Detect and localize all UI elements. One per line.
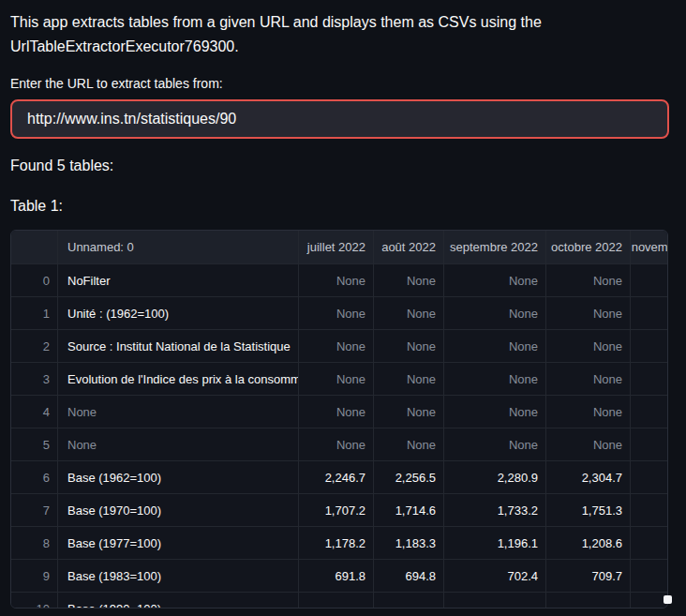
table-row: 7Base (1970=100)1,707.21,714.61,733.21,7…	[11, 494, 668, 527]
row-index-cell[interactable]: 1	[11, 297, 58, 330]
table-cell[interactable]: None	[299, 363, 374, 396]
url-input-label: Enter the URL to extract tables from:	[10, 74, 676, 93]
table-cell[interactable]	[374, 593, 444, 608]
table-cell[interactable]: None	[444, 264, 546, 297]
row-index-cell[interactable]: 5	[11, 428, 58, 461]
table-cell[interactable]	[299, 593, 374, 608]
dataframe-table: Unnamed: 0juillet 2022août 2022septembre…	[11, 231, 668, 608]
table-row: 1Unité : (1962=100)NoneNoneNoneNone	[11, 297, 668, 330]
table-cell[interactable]: 1,707.2	[299, 494, 374, 527]
table-cell[interactable]: None	[299, 264, 374, 297]
table-cell[interactable]: None	[299, 297, 374, 330]
table-cell[interactable]: 1,208.6	[546, 527, 631, 560]
table-cell[interactable]: None	[546, 363, 631, 396]
column-header[interactable]: Unnamed: 0	[58, 231, 299, 264]
table-cell[interactable]: 1,751.3	[546, 494, 631, 527]
table-cell[interactable]: None	[299, 330, 374, 363]
table-cell[interactable]: 2,256.5	[374, 461, 444, 494]
table-cell[interactable]: None	[374, 264, 444, 297]
table-cell[interactable]: None	[299, 396, 374, 428]
table-cell[interactable]: Base (1962=100)	[58, 461, 299, 494]
table-cell[interactable]	[631, 264, 668, 297]
column-header[interactable]: octobre 2022	[546, 231, 631, 264]
dataframe-viewport[interactable]: Unnamed: 0juillet 2022août 2022septembre…	[10, 230, 668, 608]
intro-text: This app extracts tables from a given UR…	[10, 10, 668, 59]
row-index-cell[interactable]: 8	[11, 527, 58, 560]
table-cell[interactable]: 702.4	[444, 560, 546, 593]
found-tables-text: Found 5 tables:	[10, 154, 676, 178]
table-cell[interactable]	[631, 494, 668, 527]
table-cell[interactable]	[444, 593, 546, 608]
table-cell[interactable]: Evolution de l'Indice des prix à la cons…	[58, 363, 299, 396]
column-header[interactable]: septembre 2022	[444, 231, 546, 264]
table-cell[interactable]	[631, 593, 668, 608]
row-index-cell[interactable]: 3	[11, 363, 58, 396]
table-cell[interactable]: 694.8	[374, 560, 444, 593]
table-cell[interactable]: None	[546, 330, 631, 363]
table-cell[interactable]	[631, 560, 668, 593]
resize-handle-icon[interactable]	[664, 595, 672, 604]
table-row: 6Base (1962=100)2,246.72,256.52,280.92,3…	[11, 461, 668, 494]
table-cell[interactable]	[631, 527, 668, 560]
app-root: This app extracts tables from a given UR…	[0, 0, 686, 608]
dataframe[interactable]: Unnamed: 0juillet 2022août 2022septembre…	[10, 230, 668, 608]
table-cell[interactable]: 1,183.3	[374, 527, 444, 560]
table-cell[interactable]: None	[58, 396, 299, 428]
table-cell[interactable]	[631, 297, 668, 330]
table-cell[interactable]: None	[374, 297, 444, 330]
table-cell[interactable]: Unité : (1962=100)	[58, 297, 299, 330]
table-cell[interactable]: NoFilter	[58, 264, 299, 297]
table-cell[interactable]: None	[444, 396, 546, 428]
table-cell[interactable]: None	[374, 330, 444, 363]
table-cell[interactable]: 709.7	[546, 560, 631, 593]
table-cell[interactable]: 2,304.7	[546, 461, 631, 494]
row-index-cell[interactable]: 9	[11, 560, 58, 593]
table-cell[interactable]: Base (1990=100)	[58, 593, 299, 608]
table-cell[interactable]	[631, 396, 668, 428]
table-cell[interactable]: None	[546, 396, 631, 428]
table-cell[interactable]: Source : Institut National de la Statist…	[58, 330, 299, 363]
row-index-cell[interactable]: 6	[11, 461, 58, 494]
row-index-cell[interactable]: 10	[11, 593, 58, 608]
table-cell[interactable]: Base (1970=100)	[58, 494, 299, 527]
table-cell[interactable]: None	[546, 264, 631, 297]
table-cell[interactable]	[546, 593, 631, 608]
column-header[interactable]: juillet 2022	[299, 231, 374, 264]
table-cell[interactable]: None	[444, 330, 546, 363]
table-cell[interactable]	[631, 330, 668, 363]
column-header[interactable]: novembre 2022	[631, 231, 668, 264]
row-index-cell[interactable]: 2	[11, 330, 58, 363]
table-cell[interactable]: None	[444, 363, 546, 396]
table-cell[interactable]: None	[444, 428, 546, 461]
table-cell[interactable]: None	[374, 363, 444, 396]
table-row: 8Base (1977=100)1,178.21,183.31,196.11,2…	[11, 527, 668, 560]
column-header[interactable]: août 2022	[374, 231, 444, 264]
table-cell[interactable]	[631, 461, 668, 494]
table-row: 2Source : Institut National de la Statis…	[11, 330, 668, 363]
table-cell[interactable]: None	[374, 428, 444, 461]
table-cell[interactable]	[631, 428, 668, 461]
table-cell[interactable]: Base (1983=100)	[58, 560, 299, 593]
index-column-header[interactable]	[11, 231, 58, 264]
table-cell[interactable]: 1,178.2	[299, 527, 374, 560]
url-input[interactable]	[10, 99, 669, 139]
table-row: 5NoneNoneNoneNoneNone	[11, 428, 668, 461]
table-cell[interactable]: 2,246.7	[299, 461, 374, 494]
table-cell[interactable]: 1,733.2	[444, 494, 546, 527]
table-cell[interactable]: Base (1977=100)	[58, 527, 299, 560]
table-cell[interactable]: 2,280.9	[444, 461, 546, 494]
row-index-cell[interactable]: 7	[11, 494, 58, 527]
table-cell[interactable]: None	[58, 428, 299, 461]
table-cell[interactable]: None	[546, 297, 631, 330]
table-cell[interactable]: 691.8	[299, 560, 374, 593]
table-cell[interactable]: None	[374, 396, 444, 428]
table-row: 4NoneNoneNoneNoneNone	[11, 396, 668, 428]
row-index-cell[interactable]: 0	[11, 264, 58, 297]
table-cell[interactable]: None	[444, 297, 546, 330]
table-cell[interactable]: None	[299, 428, 374, 461]
table-cell[interactable]: None	[546, 428, 631, 461]
row-index-cell[interactable]: 4	[11, 396, 58, 428]
table-cell[interactable]: 1,714.6	[374, 494, 444, 527]
table-cell[interactable]: 1,196.1	[444, 527, 546, 560]
table-cell[interactable]	[631, 363, 668, 396]
